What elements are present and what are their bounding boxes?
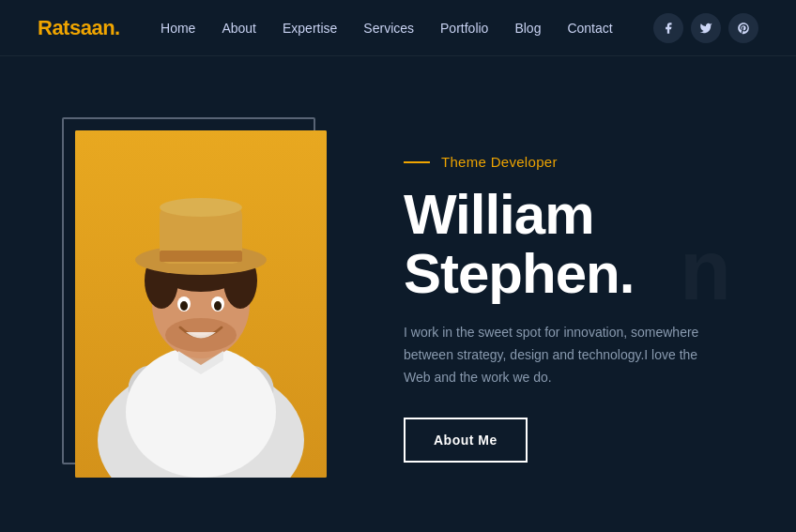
role-dash — [404, 161, 430, 163]
hero-content: Theme Developer William Stephen. n I wor… — [404, 144, 721, 462]
role-text: Theme Developer — [441, 154, 558, 170]
hero-watermark: n — [680, 228, 730, 312]
role-line: Theme Developer — [404, 154, 721, 170]
nav-blog[interactable]: Blog — [514, 21, 541, 36]
about-me-button[interactable]: About Me — [404, 418, 528, 463]
pinterest-icon[interactable] — [728, 13, 758, 43]
facebook-icon[interactable] — [653, 13, 683, 43]
hero-section: Theme Developer William Stephen. n I wor… — [0, 56, 796, 532]
brand-name: Ratsaan — [38, 16, 115, 39]
svg-point-13 — [214, 301, 222, 311]
hero-name-line1: William — [404, 183, 594, 246]
nav-services[interactable]: Services — [363, 21, 414, 36]
hero-name: William Stephen. n — [404, 185, 721, 303]
twitter-icon[interactable] — [691, 13, 721, 43]
nav-links: Home About Expertise Services Portfolio … — [161, 20, 613, 37]
person-illustration — [75, 130, 327, 478]
navbar: Ratsaan. Home About Expertise Services P… — [0, 0, 796, 56]
social-icons — [653, 13, 758, 43]
brand-logo[interactable]: Ratsaan. — [38, 16, 120, 40]
person-figure — [75, 130, 327, 478]
nav-home[interactable]: Home — [161, 21, 195, 36]
nav-about[interactable]: About — [222, 21, 256, 36]
svg-point-12 — [180, 301, 188, 311]
profile-image-block — [75, 130, 347, 478]
nav-portfolio[interactable]: Portfolio — [440, 21, 488, 36]
hero-description: I work in the sweet spot for innovation,… — [404, 322, 704, 388]
profile-image — [75, 130, 327, 478]
svg-point-17 — [160, 198, 242, 217]
nav-contact[interactable]: Contact — [567, 21, 612, 36]
nav-expertise[interactable]: Expertise — [283, 21, 337, 36]
hero-name-line2: Stephen. — [404, 242, 634, 305]
brand-dot: . — [115, 16, 120, 39]
svg-rect-16 — [160, 251, 242, 262]
